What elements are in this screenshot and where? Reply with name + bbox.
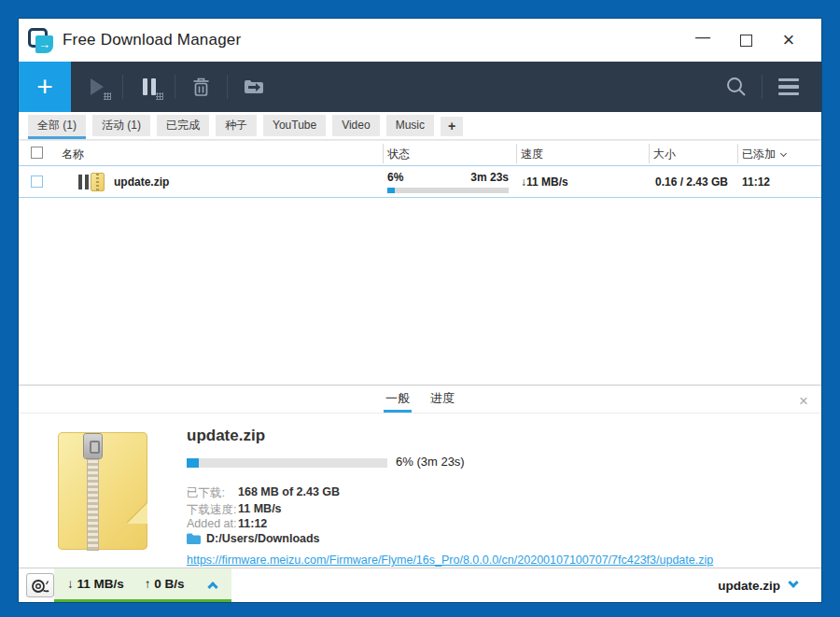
divider bbox=[649, 144, 650, 163]
row-status: 6% 3m 23s bbox=[387, 171, 509, 184]
app-title: Free Download Manager bbox=[63, 31, 241, 49]
move-to-folder-button[interactable] bbox=[228, 62, 279, 112]
details-progress-fill bbox=[187, 458, 199, 468]
window-controls: — × bbox=[681, 19, 821, 62]
download-path-text: D:/Users/Downloads bbox=[206, 532, 320, 545]
minimize-button[interactable]: — bbox=[681, 19, 724, 62]
folder-icon bbox=[187, 533, 201, 544]
added-at-field: Added at: 11:12 bbox=[187, 517, 237, 530]
delete-button[interactable] bbox=[175, 62, 227, 112]
resume-grid-dots-icon bbox=[104, 92, 111, 100]
trash-icon bbox=[192, 77, 210, 97]
column-header-speed[interactable]: 速度 bbox=[521, 147, 543, 162]
row-pause-icon[interactable] bbox=[78, 175, 89, 189]
details-filename: update.zip bbox=[187, 427, 265, 445]
download-speed-label: 下载速度: bbox=[187, 503, 236, 516]
filter-tab-youtube[interactable]: YouTube bbox=[263, 115, 326, 136]
details-panel: 一般 进度 × update.zip 6% (3m 23s) 已下载: 168 … bbox=[19, 385, 821, 568]
speed-summary-widget[interactable]: ↓ 11 MB/s ↑ 0 B/s bbox=[54, 568, 231, 602]
download-list-empty-area bbox=[19, 198, 821, 385]
filter-tab-video[interactable]: Video bbox=[332, 115, 379, 136]
download-row[interactable]: update.zip 6% 3m 23s ↓11 MB/s 0.16 / 2.4… bbox=[19, 165, 821, 198]
play-icon bbox=[91, 78, 104, 95]
toolbar-right-group bbox=[710, 62, 814, 112]
close-button[interactable]: × bbox=[767, 19, 810, 62]
details-tab-progress[interactable]: 进度 bbox=[428, 386, 456, 413]
search-icon bbox=[725, 76, 748, 98]
table-header: 名称 状态 速度 大小 已添加 bbox=[19, 140, 821, 165]
chevron-down-icon bbox=[780, 150, 787, 157]
download-speed-field: 下载速度: 11 MB/s bbox=[187, 502, 236, 518]
download-path[interactable]: D:/Users/Downloads bbox=[187, 532, 320, 545]
pause-button[interactable] bbox=[123, 62, 175, 112]
downloaded-field: 已下载: 168 MB of 2.43 GB bbox=[187, 485, 225, 501]
download-speed-value: 11 MB/s bbox=[238, 502, 282, 515]
download-url-link[interactable]: https://firmware.meizu.com/Firmware/Flym… bbox=[187, 554, 713, 567]
upload-speed-total: ↑ 0 B/s bbox=[145, 577, 185, 591]
current-file-name: update.zip bbox=[718, 579, 780, 593]
statusbar: ↓ 11 MB/s ↑ 0 B/s update.zip bbox=[19, 568, 821, 602]
column-header-size[interactable]: 大小 bbox=[653, 147, 676, 162]
row-size: 0.16 / 2.43 GB bbox=[635, 175, 728, 189]
added-at-label: Added at: bbox=[187, 517, 237, 530]
pause-grid-dots-icon bbox=[156, 92, 163, 100]
column-header-status[interactable]: 状态 bbox=[387, 147, 410, 162]
divider bbox=[737, 144, 738, 163]
download-speed-total: ↓ 11 MB/s bbox=[67, 577, 124, 591]
pause-icon bbox=[143, 78, 156, 95]
filter-tab-music[interactable]: Music bbox=[386, 115, 434, 136]
filter-tabs-bar: 全部 (1) 活动 (1) 已完成 种子 YouTube Video Music… bbox=[19, 112, 821, 140]
row-speed: ↓11 MB/s bbox=[521, 175, 568, 189]
maximize-button[interactable] bbox=[724, 19, 767, 62]
add-filter-tab-button[interactable]: + bbox=[441, 117, 463, 136]
chevron-down-icon bbox=[788, 578, 798, 588]
filter-tab-active[interactable]: 活动 (1) bbox=[92, 115, 150, 136]
divider bbox=[383, 144, 384, 163]
added-at-value: 11:12 bbox=[238, 517, 267, 530]
hamburger-icon bbox=[778, 78, 799, 96]
app-logo-icon: → bbox=[28, 28, 53, 53]
row-added-time: 11:12 bbox=[742, 175, 770, 189]
folder-arrow-icon bbox=[243, 78, 265, 95]
row-progress-fill bbox=[387, 188, 395, 193]
add-download-button[interactable]: + bbox=[19, 62, 71, 112]
zip-file-icon bbox=[91, 173, 105, 191]
filter-tab-torrents[interactable]: 种子 bbox=[216, 115, 257, 136]
divider bbox=[516, 144, 517, 163]
titlebar: → Free Download Manager — × bbox=[19, 19, 821, 62]
search-button[interactable] bbox=[710, 62, 762, 112]
resume-button[interactable] bbox=[71, 62, 122, 112]
column-header-added[interactable]: 已添加 bbox=[742, 147, 786, 162]
snail-icon bbox=[31, 578, 49, 594]
filter-tab-completed[interactable]: 已完成 bbox=[157, 115, 209, 136]
row-eta: 3m 23s bbox=[470, 171, 509, 184]
current-file-selector[interactable]: update.zip bbox=[718, 568, 797, 602]
details-tab-general[interactable]: 一般 bbox=[384, 386, 412, 413]
details-close-button[interactable]: × bbox=[799, 393, 808, 409]
details-progress-label: 6% (3m 23s) bbox=[396, 455, 465, 469]
maximize-icon bbox=[740, 35, 752, 47]
row-progress-bar bbox=[387, 188, 509, 193]
filter-tab-all[interactable]: 全部 (1) bbox=[28, 115, 86, 139]
speed-limit-button[interactable] bbox=[26, 573, 54, 597]
row-checkbox[interactable] bbox=[31, 175, 43, 188]
downloaded-value: 168 MB of 2.43 GB bbox=[238, 485, 340, 498]
details-progress-bar bbox=[187, 458, 387, 468]
row-filename: update.zip bbox=[114, 175, 169, 189]
column-header-name[interactable]: 名称 bbox=[62, 147, 84, 162]
menu-button[interactable] bbox=[763, 62, 814, 112]
details-tabs: 一般 进度 bbox=[19, 386, 821, 414]
downloaded-label: 已下载: bbox=[187, 486, 225, 499]
app-window: → Free Download Manager — × + bbox=[19, 19, 821, 602]
select-all-checkbox[interactable] bbox=[31, 147, 43, 159]
chevron-up-icon bbox=[207, 582, 217, 592]
zip-file-preview-icon bbox=[58, 432, 147, 550]
toolbar: + bbox=[19, 62, 821, 112]
row-percent: 6% bbox=[387, 171, 403, 184]
